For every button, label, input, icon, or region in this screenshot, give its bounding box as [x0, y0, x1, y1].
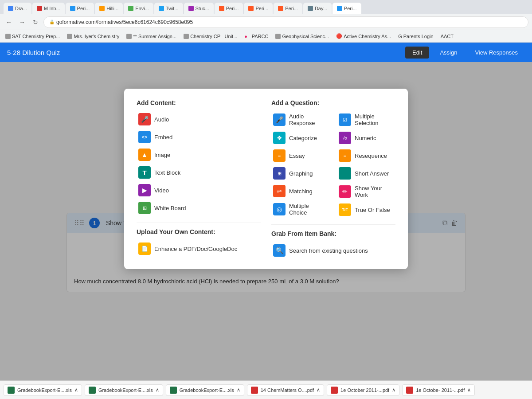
bookmark-summer[interactable]: ** Summer Assign...	[125, 33, 178, 40]
reload-button[interactable]: ↻	[30, 17, 41, 27]
q-resequence[interactable]: ≡ Resequence	[337, 148, 395, 163]
upload-title: Upload Your Own Content:	[137, 228, 261, 235]
multiple-choice-icon: ◎	[273, 203, 286, 215]
true-or-false-icon: T/F	[339, 203, 351, 216]
tab-favicon	[128, 6, 133, 11]
content-video[interactable]: ▶ Video	[137, 183, 261, 198]
bookmark-sat[interactable]: SAT Chemistry Prep...	[4, 33, 62, 40]
tab-peri3[interactable]: Peri...	[244, 3, 273, 14]
show-your-work-label: Show Your Work	[355, 185, 394, 198]
address-bar[interactable]: 🔒 goformative.com/formatives/5ece6c61624…	[43, 16, 528, 28]
bookmark-mrs-iyer[interactable]: Mrs. Iyer's Chemistry	[65, 33, 121, 40]
tab-dra[interactable]: Dra...	[4, 3, 31, 14]
bookmark-active-chem[interactable]: 🔴 Active Chemistry As...	[334, 32, 393, 40]
tab-peri2[interactable]: Peri...	[215, 3, 243, 14]
q-show-your-work[interactable]: ✏ Show Your Work	[337, 184, 395, 200]
download-item-3[interactable]: GradebookExport-E....xls ∧	[166, 384, 244, 396]
upload-pdf-item[interactable]: 📄 Enhance a PDF/Doc/GoogleDoc	[137, 241, 261, 257]
multiple-selection-icon: ☑	[339, 113, 351, 126]
multiple-selection-label: Multiple Selection	[355, 113, 394, 126]
q-graphing[interactable]: ⊞ Graphing	[271, 166, 330, 181]
content-whiteboard[interactable]: ⊞ White Board	[137, 200, 261, 215]
chevron-icon: ∧	[156, 387, 159, 393]
excel-icon	[89, 387, 96, 394]
q-categorize[interactable]: ❖ Categorize	[271, 130, 330, 145]
graphing-icon: ⊞	[273, 167, 286, 180]
add-question-col: Add a Question: 🎤 Audio Response ❖ Categ…	[271, 99, 395, 258]
textblock-icon: T	[138, 166, 151, 179]
whiteboard-label: White Board	[154, 205, 186, 211]
search-icon: 🔍	[273, 244, 286, 257]
bookmark-parcc[interactable]: ● - PARCC	[243, 33, 270, 40]
back-button[interactable]: ←	[4, 17, 14, 27]
tab-active[interactable]: Peri...	[332, 3, 361, 14]
add-content-title: Add Content:	[137, 99, 261, 106]
bookmark-chemistry-cp[interactable]: Chemistry CP - Unit...	[182, 33, 239, 40]
q-short-answer[interactable]: — Short Answer	[337, 166, 395, 181]
tab-favicon	[219, 6, 224, 11]
download-item-6[interactable]: 1e Octobe- 2011-...pdf ∧	[402, 384, 475, 396]
content-audio[interactable]: 🎤 Audio	[137, 112, 261, 127]
audio-response-icon: 🎤	[273, 113, 286, 126]
pdf-icon	[251, 387, 258, 394]
content-textblock[interactable]: T Text Block	[137, 165, 261, 180]
excel-icon	[8, 387, 15, 394]
forward-button[interactable]: →	[17, 17, 27, 27]
content-image[interactable]: ▲ Image	[137, 147, 261, 162]
categorize-label: Categorize	[289, 135, 317, 141]
bookmark-parents[interactable]: G Parents Login	[396, 33, 435, 40]
upload-label: Enhance a PDF/Doc/GoogleDoc	[154, 246, 237, 252]
upload-icon: 📄	[138, 243, 151, 255]
q-essay[interactable]: ≡ Essay	[271, 148, 330, 163]
tab-favicon	[188, 6, 194, 11]
chevron-icon: ∧	[74, 387, 78, 393]
tab-peri1[interactable]: Peri...	[66, 3, 94, 14]
edit-button[interactable]: Edit	[405, 47, 429, 59]
matching-icon: ⇌	[273, 185, 286, 197]
grab-label: Search from existing questions	[289, 247, 368, 254]
bookmark-geo[interactable]: Geophysical Scienc...	[274, 33, 331, 40]
whiteboard-icon: ⊞	[138, 202, 151, 214]
download-item-1[interactable]: GradebookExport-E....xls ∧	[4, 384, 82, 396]
tab-peri4[interactable]: Peri...	[274, 3, 302, 14]
q-multiple-selection[interactable]: ☑ Multiple Selection	[337, 112, 395, 128]
assign-button[interactable]: Assign	[433, 47, 464, 59]
tab-stuc[interactable]: Stuc...	[184, 3, 214, 14]
q-true-or-false[interactable]: T/F True Or False	[337, 202, 395, 217]
download-bar: GradebookExport-E....xls ∧ GradebookExpo…	[0, 380, 532, 399]
question-col-right: ☑ Multiple Selection √x Numeric ≡ Resequ…	[337, 112, 395, 217]
header-actions: Edit Assign View Responses	[405, 47, 525, 59]
download-item-4[interactable]: 14 ChemMatters O....pdf ∧	[247, 384, 324, 396]
grab-item[interactable]: 🔍 Search from existing questions	[271, 243, 395, 258]
bookmark-favicon	[126, 34, 132, 39]
tab-day1[interactable]: Day...	[303, 3, 332, 14]
q-audio-response[interactable]: 🎤 Audio Response	[271, 112, 330, 128]
tab-twit[interactable]: Twit...	[154, 3, 183, 14]
tab-favicon	[308, 6, 313, 11]
image-icon: ▲	[138, 149, 151, 161]
chevron-icon: ∧	[237, 387, 240, 393]
q-multiple-choice[interactable]: ◎ Multiple Choice	[271, 201, 330, 217]
chevron-icon: ∧	[467, 387, 471, 393]
q-numeric[interactable]: √x Numeric	[337, 130, 395, 145]
content-embed[interactable]: <> Embed	[137, 129, 261, 145]
tab-favicon	[248, 6, 254, 11]
popup-columns: Add Content: 🎤 Audio <> Embed ▲ Image	[137, 99, 395, 258]
tab-envi[interactable]: Envi...	[124, 3, 153, 14]
tab-hilli[interactable]: Hilli...	[95, 3, 123, 14]
audio-label: Audio	[154, 116, 169, 123]
tab-inbox[interactable]: M Inb...	[32, 3, 65, 14]
embed-icon: <>	[138, 131, 151, 143]
page-title: 5-28 Dilution Quiz	[7, 49, 60, 56]
q-matching[interactable]: ⇌ Matching	[271, 184, 330, 199]
essay-label: Essay	[289, 153, 305, 159]
short-answer-label: Short Answer	[355, 170, 389, 177]
chevron-icon: ∧	[392, 387, 395, 393]
graphing-label: Graphing	[289, 170, 313, 177]
pdf-icon	[406, 387, 413, 394]
bookmark-aact[interactable]: AACT	[439, 33, 455, 40]
download-item-2[interactable]: GradebookExport-E....xls ∧	[85, 384, 163, 396]
download-item-5[interactable]: 1e October 2011-...pdf ∧	[327, 384, 399, 396]
add-question-title: Add a Question:	[271, 99, 395, 106]
view-responses-button[interactable]: View Responses	[468, 47, 525, 59]
